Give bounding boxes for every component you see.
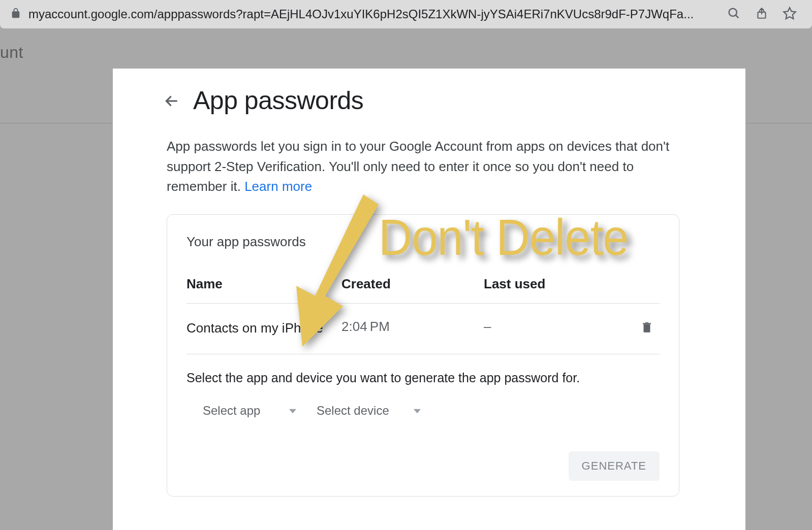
page-description: App passwords let you sign in to your Go…	[164, 137, 679, 197]
col-header-name: Name	[186, 276, 341, 292]
svg-marker-6	[289, 409, 296, 413]
star-icon[interactable]	[783, 6, 797, 22]
browser-address-bar: myaccount.google.com/apppasswords?rapt=A…	[0, 0, 812, 28]
select-prompt: Select the app and device you want to ge…	[186, 371, 660, 385]
svg-marker-4	[784, 8, 795, 19]
svg-line-1	[736, 15, 739, 18]
generate-row: GENERATE	[186, 451, 660, 481]
generate-button[interactable]: GENERATE	[569, 451, 660, 481]
card-title: Your app passwords	[186, 234, 660, 250]
table-header: Name Created Last used	[186, 276, 660, 304]
cell-created: 2:04 PM	[341, 319, 484, 335]
select-device-dropdown[interactable]: Select device	[313, 400, 425, 422]
select-app-dropdown[interactable]: Select app	[199, 400, 300, 422]
caret-down-icon	[414, 404, 421, 418]
svg-point-0	[729, 9, 737, 16]
select-app-label: Select app	[203, 404, 260, 418]
select-device-label: Select device	[317, 404, 389, 418]
url-text[interactable]: myaccount.google.com/apppasswords?rapt=A…	[28, 7, 710, 21]
title-row: App passwords	[164, 86, 679, 115]
app-passwords-panel: App passwords App passwords let you sign…	[113, 69, 745, 530]
app-passwords-table: Name Created Last used Contacts on my iP…	[186, 276, 660, 355]
learn-more-link[interactable]: Learn more	[244, 179, 312, 194]
table-row: Contacts on my iPhone 2:04 PM –	[186, 304, 660, 355]
search-icon[interactable]	[727, 6, 741, 22]
share-icon[interactable]	[755, 6, 768, 22]
caret-down-icon	[289, 404, 296, 418]
browser-actions	[727, 6, 802, 22]
trash-icon[interactable]	[640, 319, 653, 337]
lock-icon	[10, 8, 21, 21]
back-arrow-icon[interactable]	[164, 90, 180, 111]
col-header-lastused: Last used	[484, 276, 660, 292]
svg-marker-7	[414, 409, 421, 413]
selectors-row: Select app Select device	[186, 400, 660, 422]
description-text: App passwords let you sign in to your Go…	[167, 139, 669, 194]
col-header-created: Created	[341, 276, 484, 292]
cell-name: Contacts on my iPhone	[186, 319, 341, 338]
page-title: App passwords	[193, 86, 363, 115]
background-partial-text: unt	[0, 43, 23, 62]
cell-lastused: –	[484, 319, 634, 335]
app-passwords-card: Your app passwords Name Created Last use…	[167, 214, 679, 497]
